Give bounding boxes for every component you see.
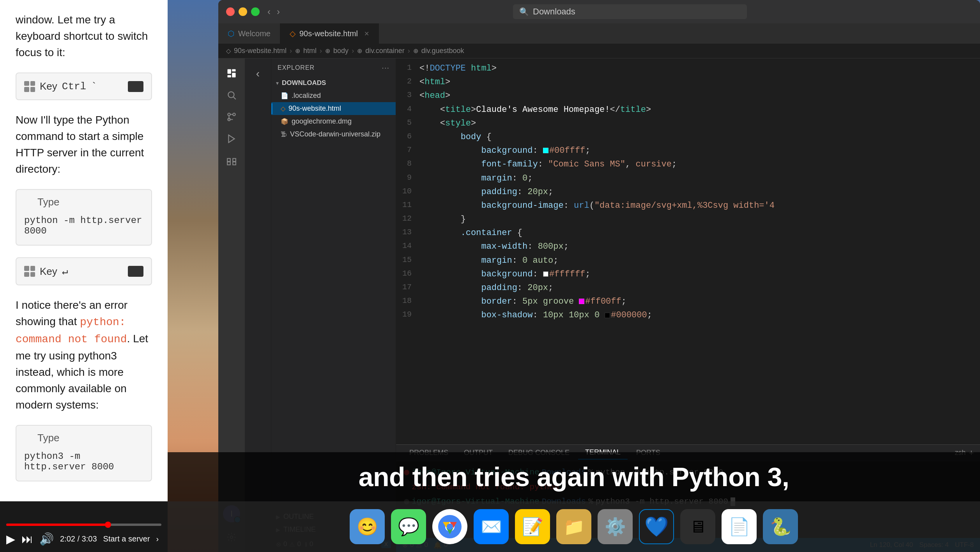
dock-terminal[interactable]: 🖥: [680, 509, 715, 544]
type-code-2: python3 -m http.server 8000: [24, 449, 143, 474]
sidebar-explorer-header: EXPLORER ···: [271, 58, 396, 77]
svg-point-6: [228, 113, 230, 116]
file-html[interactable]: ◇ 90s-website.html: [271, 102, 396, 115]
code-line-6: 6 body {: [396, 130, 980, 144]
tab-close-button[interactable]: ✕: [364, 30, 369, 37]
code-editor[interactable]: 1 <!DOCTYPE html> 2 <html> 3 <head>: [396, 58, 980, 444]
code-line-16: 16 background: #ffffff;: [396, 267, 980, 281]
svg-point-17: [447, 524, 453, 530]
dock-sysprefs[interactable]: ⚙️: [598, 509, 633, 544]
close-button[interactable]: [226, 7, 235, 16]
dock-python[interactable]: 🐍: [763, 509, 798, 544]
sidebar-menu-dots[interactable]: ···: [382, 63, 389, 72]
debug-activity[interactable]: [221, 129, 242, 149]
svg-rect-13: [233, 162, 236, 165]
code-line-18: 18 border: 5px groove #ff00ff;: [396, 295, 980, 308]
key-enter-symbol: ↵: [62, 265, 68, 278]
code-line-7: 7 background: #00ffff;: [396, 144, 980, 157]
key-enter-box: Key ↵: [16, 257, 152, 285]
breadcrumb-container: div.container: [365, 47, 405, 55]
minimize-button[interactable]: [239, 7, 247, 16]
color-swatch-magenta: [579, 299, 584, 304]
play-button[interactable]: ▶: [6, 532, 15, 546]
sidebar-back-arrow[interactable]: ‹: [249, 65, 267, 83]
explorer-activity[interactable]: [221, 63, 242, 83]
extensions-activity[interactable]: [221, 150, 242, 171]
dock-vscode[interactable]: 💙: [639, 509, 674, 544]
code-line-1: 1 <!DOCTYPE html>: [396, 62, 980, 75]
progress-dot: [105, 522, 111, 528]
file-dmg-name: googlechrome.dmg: [292, 117, 352, 126]
file-localized[interactable]: 📄 .localized: [271, 89, 396, 102]
type-python-box: Type python -m http.server 8000: [16, 189, 152, 246]
svg-rect-12: [227, 162, 230, 165]
dmg-file-icon: 📦: [281, 118, 288, 125]
type-label-1: Type: [37, 196, 59, 208]
file-html-name: 90s-website.html: [288, 104, 341, 113]
chat-text-3: I notice there's an error showing that p…: [16, 297, 152, 413]
breadcrumb-body: body: [333, 47, 348, 55]
volume-button[interactable]: 🔊: [39, 532, 54, 546]
forward-button[interactable]: ›: [277, 6, 280, 17]
dock-finder2[interactable]: 📁: [556, 509, 591, 544]
breadcrumb: ◇ 90s-website.html › ⊕ html › ⊕ body › ⊕…: [218, 44, 980, 58]
keyboard-icon: [24, 81, 35, 92]
key-enter-label: Key: [40, 265, 57, 278]
keyboard-icon-2: [24, 266, 35, 277]
progress-bar[interactable]: [6, 524, 161, 526]
dock-textedit-icon: 📄: [729, 517, 750, 537]
explorer-label: EXPLORER: [278, 64, 315, 71]
svg-rect-1: [232, 69, 235, 72]
code-line-13: 13 .container {: [396, 226, 980, 240]
color-swatch-cyan: [543, 148, 548, 153]
tab-welcome-label: Welcome: [238, 29, 271, 38]
dock-mail[interactable]: ✉️: [474, 509, 509, 544]
chat-text-2: Now I'll type the Python command to star…: [16, 112, 152, 177]
code-line-5: 5 <style>: [396, 117, 980, 130]
dock-finder-icon: 😊: [357, 517, 378, 537]
dock-finder[interactable]: 😊: [350, 509, 385, 544]
git-activity[interactable]: [221, 107, 242, 127]
video-controls: ▶ ⏭ 🔊 2:02 / 3:03 Start a server ›: [0, 501, 168, 552]
maximize-button[interactable]: [251, 7, 260, 16]
tab-welcome[interactable]: ⬡ Welcome: [218, 23, 280, 44]
dock-mail-icon: ✉️: [481, 517, 502, 537]
chrome-icon: [438, 515, 462, 538]
dock-textedit[interactable]: 📄: [722, 509, 757, 544]
color-swatch-black: [605, 313, 610, 318]
skip-button[interactable]: ⏭: [21, 533, 33, 546]
svg-rect-11: [233, 159, 236, 162]
key-ctrl-label: Key: [40, 80, 57, 92]
code-line-10: 10 padding: 20px;: [396, 185, 980, 199]
search-bar[interactable]: 🔍 Downloads: [513, 4, 747, 19]
search-activity[interactable]: [221, 85, 242, 105]
section-arrow-down: ▾: [276, 80, 279, 86]
dock-chrome[interactable]: [432, 509, 467, 544]
code-line-17: 17 padding: 20px;: [396, 281, 980, 295]
dock-messages[interactable]: 💬: [391, 509, 426, 544]
file-zip-name: VSCode-darwin-universal.zip: [290, 130, 380, 138]
file-localized-name: .localized: [292, 92, 321, 100]
dock-notes[interactable]: 📝: [515, 509, 550, 544]
mac-dock: 😊 💬 ✉️ 📝 📁 ⚙️ 💙 🖥 📄 🐍: [168, 501, 980, 552]
code-line-9: 9 margin: 0;: [396, 172, 980, 185]
welcome-icon: ⬡: [228, 29, 234, 38]
key-enter-right-icon: [128, 266, 143, 277]
dock-python-icon: 🐍: [770, 517, 791, 537]
code-line-14: 14 max-width: 800px;: [396, 240, 980, 253]
file-vscode-zip[interactable]: 🗜 VSCode-darwin-universal.zip: [271, 128, 396, 141]
svg-point-7: [233, 113, 235, 116]
file-chrome-dmg[interactable]: 📦 googlechrome.dmg: [271, 115, 396, 128]
dock-vscode-icon: 💙: [644, 515, 669, 538]
subtitle-bar: and then tries again with Python 3,: [168, 452, 980, 501]
svg-point-4: [228, 92, 234, 97]
zip-file-icon: 🗜: [281, 131, 287, 138]
svg-rect-10: [227, 159, 230, 162]
back-button[interactable]: ‹: [267, 6, 271, 17]
traffic-lights: [226, 7, 260, 16]
breadcrumb-file: 90s-website.html: [234, 47, 287, 55]
downloads-section[interactable]: ▾ DOWNLOADS: [271, 77, 396, 89]
tab-html[interactable]: ◇ 90s-website.html ✕: [280, 23, 379, 44]
dock-finder2-icon: 📁: [563, 517, 585, 537]
type-code-1: python -m http.server 8000: [24, 213, 143, 239]
